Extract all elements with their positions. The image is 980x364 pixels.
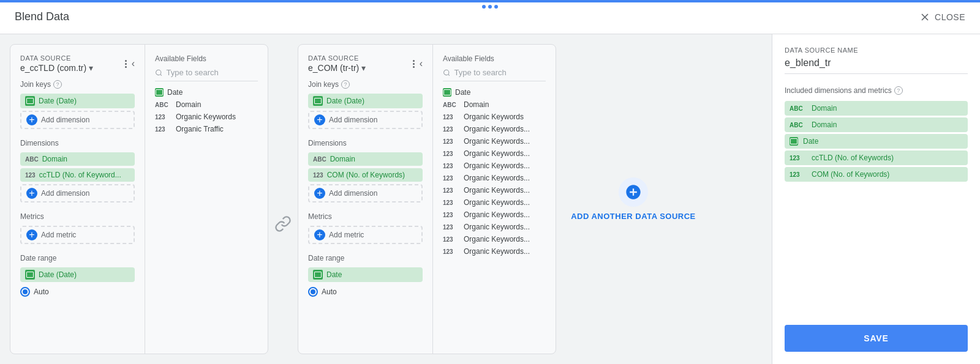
type-badge-2-0: ABC xyxy=(313,156,326,163)
datasource1-fields: Available Fields Date ABC Domain 123 xyxy=(145,45,268,354)
inc-field-3: 123 ccTLD (No. of Keywords) xyxy=(785,150,968,165)
avail-label-2: Available Fields xyxy=(443,54,546,63)
datasource1-name: e_ccTLD (com.tr) ▾ xyxy=(20,63,93,73)
blend-name-value: e_blend_tr xyxy=(785,58,968,74)
dimensions-label-1: Dimensions xyxy=(20,139,135,147)
datasource2-collapse-icon[interactable]: ‹ xyxy=(420,58,423,69)
metrics-label-2: Metrics xyxy=(308,212,423,221)
join-keys-label-2: Join keys ? xyxy=(308,80,423,89)
dim-chip-1-1: 123 ccTLD (No. of Keyword... xyxy=(20,168,135,182)
datasource2-config: Data source e_COM (tr-tr) ▾ ‹ xyxy=(298,45,433,354)
dim-chip-2-1: 123 COM (No. of Keywords) xyxy=(308,168,423,182)
datasource2-name-text: e_COM (tr-tr) xyxy=(308,63,359,73)
date-range-section-1: Date range Date (Date) Auto xyxy=(20,254,135,299)
main-content: Data source e_ccTLD (com.tr) ▾ ‹ xyxy=(0,34,980,364)
add-ds-text: ADD ANOTHER DATA SOURCE xyxy=(571,212,696,221)
join-keys-help-2[interactable]: ? xyxy=(341,80,350,89)
add-dim-btn-1[interactable]: + Add dimension xyxy=(20,184,135,202)
field-row-2-13: 123 Organic Keywords... xyxy=(443,245,546,258)
auto-radio-1[interactable]: Auto xyxy=(20,284,135,299)
page-title: Blend Data xyxy=(15,10,69,23)
avail-label-1: Available Fields xyxy=(155,54,258,63)
type-badge-2-1: 123 xyxy=(313,172,323,179)
link-connector xyxy=(273,93,293,354)
datasource2-fields: Available Fields Date ABC Domain 123 xyxy=(433,45,556,354)
add-metric-btn-1[interactable]: + Add metric xyxy=(20,226,135,244)
add-metric-btn-2[interactable]: + Add metric xyxy=(308,226,423,244)
date-cal-icon-2 xyxy=(313,270,323,280)
datasource2-more-icon[interactable] xyxy=(413,60,415,68)
search-input-2[interactable] xyxy=(454,68,546,77)
search-input-1[interactable] xyxy=(166,68,258,77)
join-keys-label-1: Join keys ? xyxy=(20,80,135,89)
date-range-section-2: Date range Date Auto xyxy=(308,254,423,299)
calendar-icon-1 xyxy=(25,96,35,106)
radio-inner-2 xyxy=(311,289,315,294)
close-label: CLOSE xyxy=(935,12,965,22)
datasource1-collapse-icon[interactable]: ‹ xyxy=(132,58,135,69)
inc-field-2: Date xyxy=(785,134,968,149)
plus-icon-dim-2: + xyxy=(314,188,325,199)
field-row-1-2: 123 Organic Keywords xyxy=(155,111,258,123)
join-key-chip-1: Date (Date) xyxy=(20,94,135,108)
add-dim-btn-2[interactable]: + Add dimension xyxy=(308,184,423,202)
included-label: Included dimensions and metrics ? xyxy=(785,86,968,95)
search-box-2 xyxy=(443,68,546,81)
field-row-2-10: 123 Organic Keywords... xyxy=(443,209,546,221)
datasource1-panel: Data source e_ccTLD (com.tr) ▾ ‹ xyxy=(10,44,268,354)
datasource2-dropdown-icon[interactable]: ▾ xyxy=(361,63,366,73)
field-row-2-0: Date xyxy=(443,86,546,98)
join-keys-help-1[interactable]: ? xyxy=(53,80,62,89)
field-row-2-8: 123 Organic Keywords... xyxy=(443,184,546,196)
dim-chip-2-0: ABC Domain xyxy=(308,152,423,166)
add-join-dim-btn-2[interactable]: + Add dimension xyxy=(308,111,423,129)
auto-radio-2[interactable]: Auto xyxy=(308,284,423,299)
join-key-value-2: Date (Date) xyxy=(326,97,364,105)
svg-point-2 xyxy=(156,70,161,75)
field-date-icon-2 xyxy=(443,88,451,97)
plus-icon-dim-1: + xyxy=(26,188,37,199)
svg-line-3 xyxy=(160,74,162,75)
date-range-chip-2: Date xyxy=(308,267,423,282)
save-button[interactable]: SAVE xyxy=(785,325,968,352)
field-row-2-7: 123 Organic Keywords... xyxy=(443,172,546,184)
plus-icon-metric-2: + xyxy=(314,229,325,240)
type-badge-1-1: 123 xyxy=(25,172,36,179)
dot-2 xyxy=(488,5,492,9)
join-key-value-1: Date (Date) xyxy=(39,97,77,105)
date-range-label-2: Date range xyxy=(308,254,423,262)
field-row-2-4: 123 Organic Keywords... xyxy=(443,135,546,147)
inc-date-icon xyxy=(790,137,798,146)
svg-point-4 xyxy=(444,70,449,75)
inc-field-4: 123 COM (No. of Keywords) xyxy=(785,167,968,182)
save-area: SAVE xyxy=(785,315,968,352)
datasource1-dropdown-icon[interactable]: ▾ xyxy=(89,63,93,73)
add-ds-plus-icon xyxy=(625,184,642,201)
search-icon-2 xyxy=(443,69,450,77)
field-row-1-3: 123 Organic Traffic xyxy=(155,123,258,135)
search-icon-1 xyxy=(155,69,162,77)
field-row-2-1: ABC Domain xyxy=(443,98,546,111)
radio-inner-1 xyxy=(23,289,28,294)
top-bar: Blend Data CLOSE xyxy=(0,0,980,34)
included-help-icon[interactable]: ? xyxy=(894,86,903,95)
date-range-label-1: Date range xyxy=(20,254,135,262)
inc-field-0: ABC Domain xyxy=(785,101,968,116)
add-join-dim-btn-1[interactable]: + Add dimension xyxy=(20,111,135,129)
progress-bar xyxy=(0,0,980,2)
add-datasource-panel[interactable]: ADD ANOTHER DATA SOURCE xyxy=(566,44,701,354)
top-dots xyxy=(482,5,498,9)
dot-3 xyxy=(494,5,498,9)
field-row-2-5: 123 Organic Keywords... xyxy=(443,147,546,160)
datasource2-header: Data source e_COM (tr-tr) ▾ ‹ xyxy=(308,54,423,73)
calendar-icon-2 xyxy=(313,96,323,106)
right-panel: Data source name e_blend_tr Included dim… xyxy=(772,34,980,364)
close-button[interactable]: CLOSE xyxy=(919,11,965,23)
datasource1-more-icon[interactable] xyxy=(125,60,127,68)
dot-1 xyxy=(482,5,486,9)
dim-chip-1-0: ABC Domain xyxy=(20,152,135,166)
metrics-label-1: Metrics xyxy=(20,212,135,221)
field-date-icon-1 xyxy=(155,88,164,97)
radio-circle-1 xyxy=(20,287,30,297)
plus-icon-1: + xyxy=(26,114,37,125)
